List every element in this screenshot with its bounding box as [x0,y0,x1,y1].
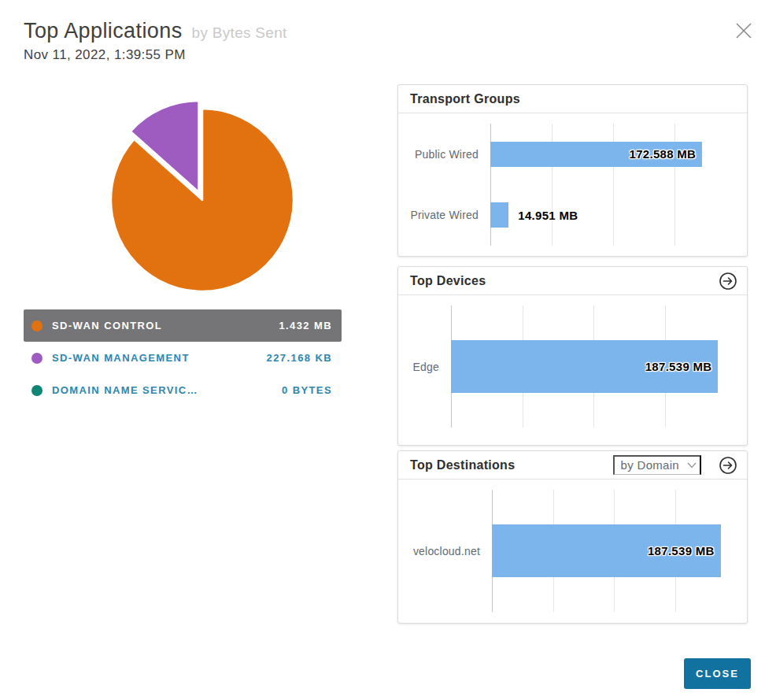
page-title: Top Applications [24,19,183,43]
legend-value: 1.432 MB [279,320,332,331]
arrow-right-circle-icon [719,456,737,475]
top-devices-card: Top Devices Edge187.539 MB [397,266,748,446]
legend-color-dot [31,385,42,396]
legend-value: 0 BYTES [282,384,332,396]
bar-track: 14.951 MB [490,185,736,246]
card-title: Top Devices [410,274,486,288]
pie-legend: SD-WAN CONTROL1.432 MBSD-WAN MANAGEMENT2… [24,309,342,406]
bar-private-wired[interactable]: 14.951 MB [490,202,508,228]
top-destinations-chart: velocloud.net187.539 MB [398,490,736,612]
bar-track: 187.539 MB [451,306,736,428]
bar-track: 187.539 MB [492,490,736,612]
bar-rows: velocloud.net187.539 MB [398,490,736,612]
transport-groups-card: Transport Groups Public Wired172.588 MBP… [397,84,748,257]
dropdown-selected-value: by Domain [621,458,679,472]
bar-value-label: 172.588 MB [630,147,697,161]
bar-value-label: 187.539 MB [645,360,712,373]
y-axis-label: Private Wired [398,209,490,221]
legend-label: SD-WAN CONTROL [52,320,162,331]
bar-rows: Edge187.539 MB [398,306,736,428]
bar-velocloud-net[interactable]: 187.539 MB [492,524,721,577]
page-subtitle: by Bytes Sent [192,24,287,42]
legend-row-sd-wan-control[interactable]: SD-WAN CONTROL1.432 MB [24,309,342,342]
bar-row-private-wired: Private Wired14.951 MB [398,185,736,246]
bar-public-wired[interactable]: 172.588 MB [490,142,702,167]
legend-color-dot [31,353,42,364]
top-devices-expand-button[interactable] [719,272,737,291]
legend-value: 227.168 KB [267,352,332,364]
legend-row-domain-name-servic[interactable]: DOMAIN NAME SERVIC…0 BYTES [24,374,342,406]
y-axis-label: Public Wired [398,148,490,161]
bar-value-label: 14.951 MB [518,209,578,222]
bar-row-velocloud-net: velocloud.net187.539 MB [398,490,736,612]
bar-edge[interactable]: 187.539 MB [451,340,718,393]
y-axis-label: Edge [398,361,451,373]
close-button[interactable]: CLOSE [684,658,751,689]
legend-color-dot [31,320,42,331]
top-applications-dialog: Top Applications by Bytes Sent Nov 11, 2… [0,0,765,700]
chevron-down-icon [687,462,697,469]
bar-row-public-wired: Public Wired172.588 MB [398,124,736,185]
legend-label: SD-WAN MANAGEMENT [52,352,190,364]
legend-label: DOMAIN NAME SERVIC… [52,384,198,396]
bar-row-edge: Edge187.539 MB [398,306,736,428]
charts-panel: Transport Groups Public Wired172.588 MBP… [397,84,748,624]
arrow-right-circle-icon [719,272,737,291]
card-title: Top Destinations [410,458,515,472]
top-devices-chart: Edge187.539 MB [398,306,736,428]
legend-row-sd-wan-management[interactable]: SD-WAN MANAGEMENT227.168 KB [24,342,342,374]
bar-value-label: 187.539 MB [648,544,715,557]
dialog-close-button[interactable] [734,20,754,41]
y-axis-label: velocloud.net [398,545,492,557]
transport-groups-chart: Public Wired172.588 MBPrivate Wired14.95… [398,124,736,246]
top-applications-pie-chart [24,81,370,306]
pie-panel: SD-WAN CONTROL1.432 MBSD-WAN MANAGEMENT2… [24,81,370,624]
timestamp: Nov 11, 2022, 1:39:55 PM [24,47,748,63]
bar-rows: Public Wired172.588 MBPrivate Wired14.95… [398,124,736,246]
by-domain-dropdown[interactable]: by Domain [613,455,701,475]
top-destinations-card: Top Destinations by Domain [397,450,748,624]
close-icon [734,20,754,41]
bar-track: 172.588 MB [490,124,736,185]
top-destinations-expand-button[interactable] [719,456,737,475]
card-title: Transport Groups [410,92,520,106]
dialog-header: Top Applications by Bytes Sent Nov 11, 2… [24,19,748,63]
